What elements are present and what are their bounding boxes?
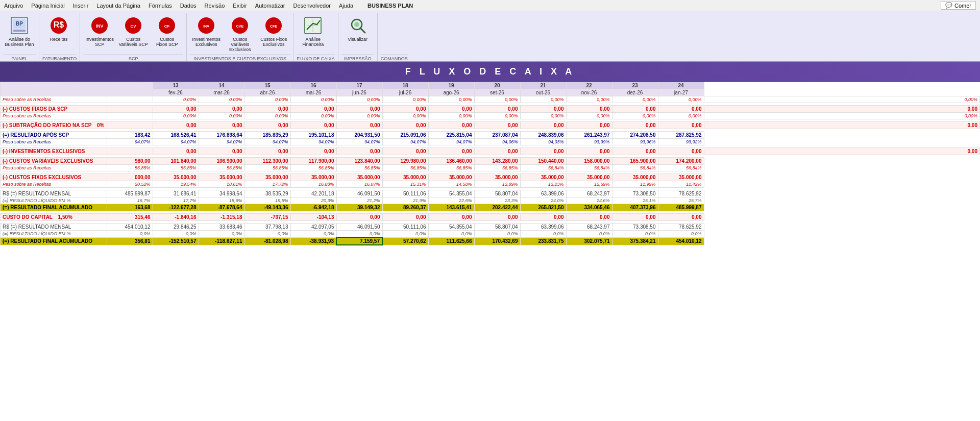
month-mar26: mar-26 <box>199 89 244 96</box>
row-label: R$ (=) RESULTADO MENSAL <box>1 224 107 231</box>
row-label: (=) RESULTADO APÓS SCP <box>1 132 107 139</box>
row-value: 111.625,66 <box>428 237 474 245</box>
row-value: 94,07% <box>199 139 244 145</box>
month-jan27: jan-27 <box>658 89 704 96</box>
menu-ajuda[interactable]: Ajuda <box>339 3 353 9</box>
invest-exc-button[interactable]: INV InvestimentosExclusivos <box>190 14 223 48</box>
row-value: 37.798,13 <box>244 224 290 231</box>
menu-pagina-inicial[interactable]: Página Inicial <box>31 3 64 9</box>
row-value: 56,85% <box>474 165 520 171</box>
row-value: 195.101,18 <box>290 132 336 139</box>
data-table: 13 14 15 16 17 18 19 20 21 22 23 24 fev- <box>0 82 980 245</box>
comment-icon: 💬 <box>945 2 952 9</box>
custos-fix-scp-icon: CF <box>157 15 177 36</box>
scp-label: SCP <box>83 55 183 61</box>
menu-arquivo[interactable]: Arquivo <box>4 3 23 9</box>
row-value: 0,00 <box>199 106 244 113</box>
row-value: 11,42% <box>658 181 704 188</box>
header-col-16: 16 <box>290 82 336 89</box>
row-value: 94,07% <box>153 139 199 145</box>
row-value: -122.677,28 <box>153 204 199 211</box>
ribbon-buttons-impressao: Visualizar <box>341 13 374 55</box>
row-value: 287.825,92 <box>658 132 704 139</box>
table-row: Peso sobre as Receitas0,00%0,00%0,00%0,0… <box>1 113 980 119</box>
row-label: Peso sobre as Receitas <box>1 139 107 145</box>
month-abr26: abr-26 <box>244 89 290 96</box>
row-value: 56,85% <box>428 165 474 171</box>
invest-exc-label: InvestimentosExclusivos <box>192 37 220 47</box>
receitas-button[interactable]: R$ Receitas <box>42 14 75 43</box>
menu-automatizar[interactable]: Automatizar <box>255 3 285 9</box>
row-value: 0,00% <box>704 113 980 119</box>
menu-formulas[interactable]: Fórmulas <box>149 3 172 9</box>
row-value: 0,00% <box>704 96 980 103</box>
row-label: Peso sobre as Receitas <box>1 181 107 188</box>
row-value: 56,84% <box>658 165 704 171</box>
row-value: 56,85% <box>382 165 428 171</box>
row-value: 46.091,50 <box>336 190 382 197</box>
table-row: (-) CUSTOS FIXOS EXCLUSIVOS000,0035.000,… <box>1 174 980 181</box>
row-value: 237.087,04 <box>474 132 520 139</box>
row-value: 56,84% <box>612 165 658 171</box>
analise-business-plan-button[interactable]: BP Análise doBusiness Plan <box>3 14 36 48</box>
investimentos-scp-button[interactable]: INV InvestimentosSCP <box>83 14 116 48</box>
row-value: 35.000,00 <box>382 174 428 181</box>
row-value: 0,00 <box>382 148 428 155</box>
custos-fix-scp-button[interactable]: CF CustosFixos SCP <box>151 14 183 48</box>
row-value: 33.683,46 <box>199 224 244 231</box>
row-label: (-) CUSTOS VARIÁVEIS EXCLUSIVOS <box>1 158 107 165</box>
ribbon: BP Análise doBusiness Plan PAINEL R$ Rec… <box>0 11 980 62</box>
row-value: 0,00% <box>520 113 566 119</box>
row-value: 0,00 <box>566 106 612 113</box>
row-value: -737,15 <box>244 214 290 221</box>
menu-inserir[interactable]: Inserir <box>73 3 89 9</box>
menu-desenvolvedor[interactable]: Desenvolvedor <box>293 3 331 9</box>
receitas-label: Receitas <box>50 37 67 42</box>
row-value: 38.535,29 <box>244 190 290 197</box>
row-value: 0,00 <box>704 106 980 113</box>
row-value: 0,00 <box>704 122 980 129</box>
visualizar-button[interactable]: Visualizar <box>341 14 374 43</box>
custos-fix-exc-button[interactable]: CFE Custos FixosExclusivos <box>257 14 290 48</box>
menu-layout[interactable]: Layout da Página <box>96 3 140 9</box>
comer-button[interactable]: 💬 Comer <box>941 1 976 10</box>
row-value: 0,00 <box>290 148 336 155</box>
custos-var-exc-button[interactable]: CVE Custos VariáveisExclusivos <box>224 14 256 53</box>
row-value: 0,00% <box>336 113 382 119</box>
row-value: 16,07% <box>336 181 382 188</box>
menu-revisao[interactable]: Revisão <box>205 3 225 9</box>
row-value: 13,89% <box>474 181 520 188</box>
month-out26: out-26 <box>520 89 566 96</box>
row-value: 94,07% <box>336 139 382 145</box>
row-value: 0,00% <box>244 113 290 119</box>
row-value: 25,7% <box>658 197 704 204</box>
row-label: Peso sobre as Receitas <box>1 113 107 119</box>
impressao-label: IMPRESSÃO <box>341 55 374 61</box>
menu-exibir[interactable]: Exibir <box>233 3 247 9</box>
row-value: 16,88% <box>290 181 336 188</box>
row-value: 94,07% <box>244 139 290 145</box>
row-label: (-) CUSTOS FIXOS DA SCP <box>1 106 107 113</box>
custos-var-scp-button[interactable]: CV CustosVariáveis SCP <box>117 14 150 48</box>
header-col-22: 22 <box>566 82 612 89</box>
row-value: 19,5% <box>244 197 290 204</box>
row-val0: 0,0% <box>107 231 153 238</box>
row-value: -152.510,57 <box>153 237 199 245</box>
table-row: (=) RESULTADO APÓS SCP183,42168.526,4117… <box>1 132 980 139</box>
row-value: 202.422,44 <box>474 204 520 211</box>
table-wrapper[interactable]: 13 14 15 16 17 18 19 20 21 22 23 24 fev- <box>0 82 980 245</box>
row-val0: 485.999,87 <box>107 190 153 197</box>
row-value: 35.000,00 <box>336 174 382 181</box>
row-value: 0,00% <box>566 113 612 119</box>
row-val0: 163,68 <box>107 204 153 211</box>
row-value: 58.807,04 <box>474 224 520 231</box>
row-label: (=) RESULTADO FINAL ACUMULADO <box>1 204 107 211</box>
analise-financeira-button[interactable]: AnáliseFinanceira <box>297 14 329 48</box>
row-label: Peso sobre as Receitas <box>1 96 107 103</box>
col-numbers-row: 13 14 15 16 17 18 19 20 21 22 23 24 <box>1 82 980 89</box>
row-value: -118.827,11 <box>199 237 244 245</box>
row-val0: 16,7% <box>107 197 153 204</box>
custos-var-exc-label: Custos VariáveisExclusivos <box>225 37 255 52</box>
row-value: 375.384,21 <box>612 237 658 245</box>
menu-dados[interactable]: Dados <box>180 3 197 9</box>
